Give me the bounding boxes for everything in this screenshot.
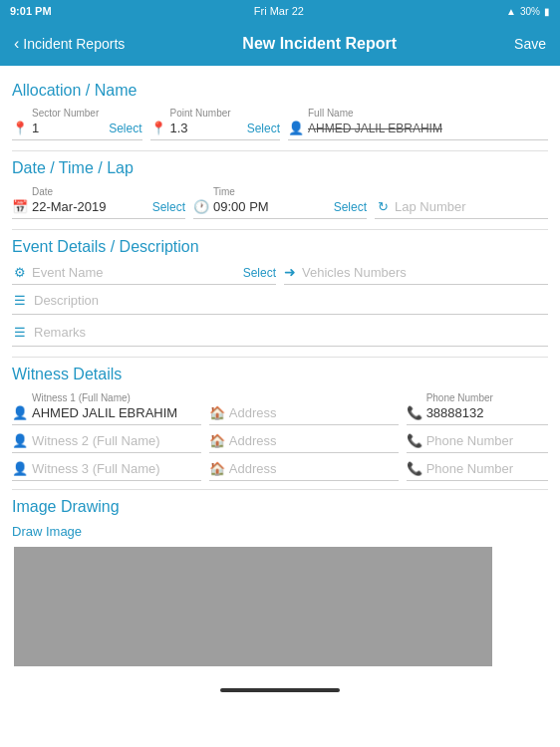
point-label: Point Number [170, 108, 281, 119]
person-icon: 👤 [288, 121, 304, 135]
witness2-phone-placeholder[interactable]: Phone Number [426, 433, 548, 448]
fullname-group: Full Name 👤 AHMED JALIL EBRAHIM [288, 108, 548, 140]
settings-icon: ⚙ [12, 265, 28, 280]
home2-icon: 🏠 [209, 433, 225, 448]
description-placeholder[interactable]: Description [34, 293, 548, 308]
vehicles-field-row: ➜ Vehicles Numbers [284, 264, 548, 285]
lap-field-row: ↻ Lap Number [375, 199, 548, 219]
event-select-button[interactable]: Select [243, 266, 276, 280]
datetime-row: Date 📅 22-Mar-2019 Select Time 🕐 09:00 P… [12, 185, 548, 219]
date-label: Date [32, 186, 185, 197]
lines-icon: ☰ [12, 293, 28, 308]
battery-pct: 30% [520, 6, 540, 17]
back-button[interactable]: ‹ Incident Reports [14, 35, 125, 53]
date-group: Date 📅 22-Mar-2019 Select [12, 186, 185, 219]
event-name-placeholder[interactable]: Event Name [32, 265, 239, 280]
witness3-name-placeholder[interactable]: Witness 3 (Full Name) [32, 461, 201, 476]
datetime-header: Date / Time / Lap [12, 159, 548, 177]
nav-bar: ‹ Incident Reports New Incident Report S… [0, 22, 560, 66]
drawing-canvas[interactable] [14, 547, 492, 666]
witness2-phone-field: 📞 Phone Number [407, 433, 548, 453]
witness3-address-placeholder[interactable]: Address [229, 461, 399, 476]
status-icons: ▲ 30% ▮ [506, 6, 550, 17]
witness1-phone-group: Phone Number 📞 38888132 [407, 392, 548, 425]
vehicles-group: ➜ Vehicles Numbers [284, 264, 548, 285]
witness2-name-field: 👤 Witness 2 (Full Name) [12, 433, 201, 453]
witness1-address-field: 🏠 Address [209, 405, 399, 425]
witness1-person-icon: 👤 [12, 405, 28, 420]
vehicles-placeholder[interactable]: Vehicles Numbers [302, 265, 548, 280]
event-name-field-row: ⚙ Event Name Select [12, 265, 276, 285]
allocation-row: Sector Number 📍 1 Select Point Number 📍 … [12, 108, 548, 140]
image-drawing-header: Image Drawing [12, 498, 548, 516]
witness3-address-field: 🏠 Address [209, 461, 399, 481]
point-field-row: 📍 1.3 Select [150, 121, 281, 140]
witness1-label: Witness 1 (Full Name) [32, 392, 201, 403]
time-select-button[interactable]: Select [334, 200, 367, 214]
battery-icon: ▮ [544, 6, 550, 17]
event-name-group: ⚙ Event Name Select [12, 265, 276, 285]
date-field-row: 📅 22-Mar-2019 Select [12, 199, 185, 219]
witness2-person-icon: 👤 [12, 433, 28, 448]
witness2-name-group: 👤 Witness 2 (Full Name) [12, 433, 201, 453]
phone2-icon: 📞 [407, 433, 422, 448]
calendar-icon: 📅 [12, 199, 28, 214]
fullname-value[interactable]: AHMED JALIL EBRAHIM [308, 122, 548, 135]
event-details-row: ⚙ Event Name Select ➜ Vehicles Numbers [12, 264, 548, 285]
back-label: Incident Reports [23, 36, 125, 52]
time-value[interactable]: 09:00 PM [213, 199, 330, 214]
home-indicator [220, 688, 340, 692]
lap-placeholder[interactable]: Lap Number [395, 199, 548, 214]
witness1-name-field: 👤 AHMED JALIL EBRAHIM [12, 405, 201, 425]
point-value[interactable]: 1.3 [170, 121, 243, 135]
status-date: Fri Mar 22 [254, 5, 304, 17]
witness3-name-group: 👤 Witness 3 (Full Name) [12, 461, 201, 481]
refresh-icon: ↻ [375, 199, 391, 214]
allocation-header: Allocation / Name [12, 82, 548, 100]
time-group: Time 🕐 09:00 PM Select [193, 186, 367, 219]
witness1-address-group: 🏠 Address [209, 391, 399, 425]
event-header: Event Details / Description [12, 238, 548, 256]
witness3-phone-field: 📞 Phone Number [407, 461, 548, 481]
form-content: Allocation / Name Sector Number 📍 1 Sele… [0, 66, 560, 676]
witness3-phone-placeholder[interactable]: Phone Number [426, 461, 548, 476]
remarks-placeholder[interactable]: Remarks [34, 325, 548, 340]
witness1-phone-value[interactable]: 38888132 [426, 405, 548, 420]
location-icon: 📍 [12, 121, 28, 135]
witness2-address-placeholder[interactable]: Address [229, 433, 399, 448]
remarks-icon: ☰ [12, 325, 28, 340]
sector-select-button[interactable]: Select [109, 122, 141, 135]
arrow-right-icon: ➜ [284, 264, 296, 280]
witness2-phone-group: 📞 Phone Number [407, 433, 548, 453]
home-icon: 🏠 [209, 405, 225, 420]
page-title: New Incident Report [242, 35, 397, 53]
fullname-label: Full Name [308, 108, 548, 119]
witness1-address-placeholder[interactable]: Address [229, 405, 399, 420]
time-label: Time [213, 186, 367, 197]
save-button[interactable]: Save [514, 36, 546, 52]
witness1-name-value[interactable]: AHMED JALIL EBRAHIM [32, 405, 201, 420]
point-select-button[interactable]: Select [247, 122, 280, 135]
divider-3 [12, 357, 548, 358]
home3-icon: 🏠 [209, 461, 225, 476]
draw-image-link[interactable]: Draw Image [12, 524, 548, 539]
clock-icon: 🕐 [193, 199, 209, 214]
fullname-field-row: 👤 AHMED JALIL EBRAHIM [288, 121, 548, 140]
status-time: 9:01 PM [10, 5, 52, 17]
sector-value[interactable]: 1 [32, 121, 105, 135]
date-select-button[interactable]: Select [152, 200, 185, 214]
map-icon: 📍 [150, 121, 166, 135]
date-value[interactable]: 22-Mar-2019 [32, 199, 148, 214]
witness-header: Witness Details [12, 366, 548, 383]
divider-2 [12, 229, 548, 230]
divider-1 [12, 150, 548, 151]
sector-field-row: 📍 1 Select [12, 121, 142, 140]
witness2-name-placeholder[interactable]: Witness 2 (Full Name) [32, 433, 201, 448]
remarks-row: ☰ Remarks [12, 325, 548, 347]
wifi-icon: ▲ [506, 6, 516, 17]
sector-group: Sector Number 📍 1 Select [12, 108, 142, 140]
witness1-name-group: Witness 1 (Full Name) 👤 AHMED JALIL EBRA… [12, 392, 201, 425]
description-row: ☰ Description [12, 293, 548, 315]
point-group: Point Number 📍 1.3 Select [150, 108, 281, 140]
witness2-address-group: 🏠 Address [209, 433, 399, 453]
